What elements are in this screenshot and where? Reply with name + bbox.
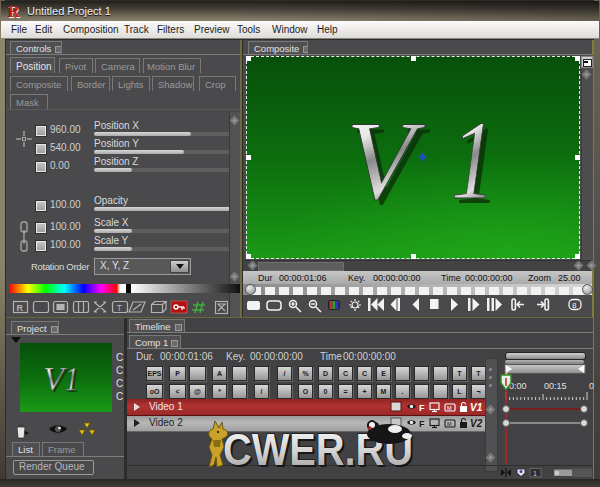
svg-text:T: T bbox=[117, 303, 123, 313]
svg-text:R: R bbox=[17, 303, 24, 313]
svg-text:1: 1 bbox=[533, 470, 537, 477]
svg-text:8: 8 bbox=[572, 301, 577, 310]
svg-text:1: 1 bbox=[451, 99, 495, 223]
svg-text:1: 1 bbox=[65, 360, 79, 398]
svg-text:V: V bbox=[346, 98, 426, 222]
